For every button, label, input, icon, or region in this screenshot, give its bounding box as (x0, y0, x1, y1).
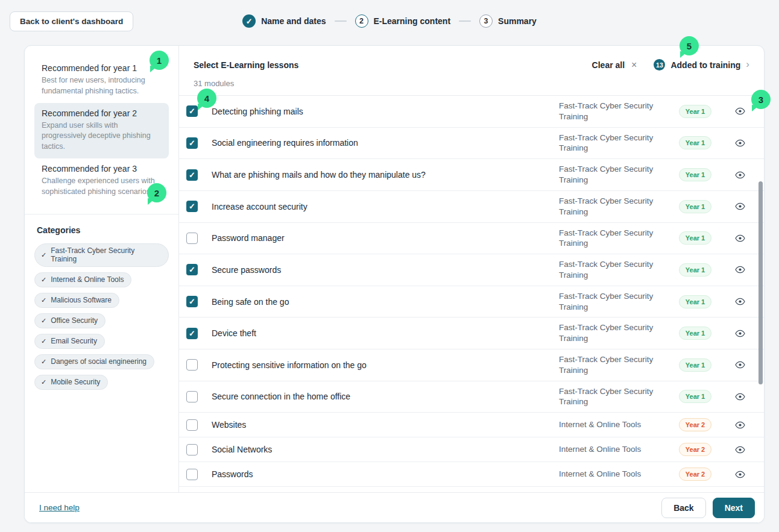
chevron-right-icon: › (746, 59, 749, 69)
preview-eye-icon[interactable] (735, 266, 745, 274)
category-pill-label: Mobile Security (51, 378, 100, 386)
lesson-category: Fast-Track Cyber Security Training (559, 322, 666, 344)
preview-eye-icon[interactable] (735, 361, 745, 369)
category-filter-list: ✓ Fast-Track Cyber Security Training ✓ I… (34, 243, 169, 390)
lesson-title: Password manager (212, 233, 559, 243)
lesson-checkbox[interactable]: ✓ (186, 201, 198, 212)
category-pill-label: Office Security (51, 316, 98, 325)
lessons-panel: Select E-Learning lessons Clear all × 13… (179, 46, 764, 492)
category-filter-pill[interactable]: ✓ Malicious Software (34, 293, 119, 308)
lesson-row: Password manager Fast-Track Cyber Securi… (179, 223, 764, 255)
lesson-category: Fast-Track Cyber Security Training (559, 228, 666, 249)
lesson-category: Fast-Track Cyber Security Training (559, 291, 666, 313)
category-pill-label: Fast-Track Cyber Security Training (51, 246, 161, 263)
help-link[interactable]: I need help (39, 503, 80, 512)
lesson-title: Websites (212, 420, 559, 430)
lesson-row: Passwords Internet & Online Tools Year 2 (179, 462, 764, 487)
year-badge: Year 2 (679, 443, 711, 456)
clear-all-label: Clear all (592, 60, 625, 70)
lesson-checkbox[interactable] (186, 469, 198, 480)
lesson-row: ✓ Detecting phishing mails Fast-Track Cy… (179, 96, 764, 128)
preview-eye-icon[interactable] (735, 234, 745, 242)
check-icon: ✓ (41, 296, 46, 304)
added-to-training-button[interactable]: 13 Added to training › (654, 59, 749, 70)
recommendation-option[interactable]: Recommended for year 1 Best for new user… (34, 58, 169, 103)
preview-eye-icon[interactable] (735, 446, 745, 454)
step-name-and-dates[interactable]: ✓ Name and dates (242, 14, 326, 28)
stepper: ✓ Name and dates 2 E-Learning content 3 … (0, 14, 779, 28)
lessons-table: ✓ Detecting phishing mails Fast-Track Cy… (179, 95, 764, 492)
check-icon: ✓ (41, 337, 46, 345)
step-summary[interactable]: 3 Summary (479, 14, 537, 28)
lesson-category: Fast-Track Cyber Security Training (559, 101, 666, 122)
year-badge: Year 2 (679, 418, 711, 431)
lesson-title: Secure connection in the home office (212, 392, 559, 401)
lesson-title: Protecting sensitive information on the … (212, 360, 559, 370)
check-icon: ✓ (41, 276, 46, 284)
annotation-marker-3: 3 (751, 90, 771, 109)
year-badge: Year 1 (679, 390, 711, 403)
back-button[interactable]: Back (661, 498, 705, 518)
preview-eye-icon[interactable] (735, 393, 745, 401)
lesson-checkbox[interactable]: ✓ (186, 296, 198, 307)
check-icon: ✓ (41, 358, 46, 366)
lesson-row: Websites Internet & Online Tools Year 2 (179, 413, 764, 437)
annotation-marker-5: 5 (680, 36, 699, 55)
close-icon: × (631, 60, 637, 70)
clear-all-button[interactable]: Clear all × (592, 60, 637, 70)
year-badge: Year 1 (679, 358, 711, 372)
lesson-row (179, 487, 764, 492)
preview-eye-icon[interactable] (735, 107, 745, 115)
check-icon: ✓ (41, 378, 46, 386)
preview-eye-icon[interactable] (735, 298, 745, 305)
panel-title: Select E-Learning lessons (194, 60, 298, 70)
preview-eye-icon[interactable] (735, 421, 745, 429)
lesson-checkbox[interactable]: ✓ (186, 264, 198, 275)
step-divider (335, 20, 347, 22)
preview-eye-icon[interactable] (735, 171, 745, 179)
next-button[interactable]: Next (713, 498, 755, 518)
category-filter-pill[interactable]: ✓ Fast-Track Cyber Security Training (34, 243, 169, 267)
lesson-checkbox[interactable] (186, 359, 198, 371)
recommendation-title: Recommended for year 2 (42, 108, 162, 118)
recommendation-description: Best for new users, introducing fundamen… (42, 75, 162, 97)
preview-eye-icon[interactable] (735, 330, 745, 337)
lesson-checkbox[interactable] (186, 391, 198, 402)
scrollbar-thumb[interactable] (758, 181, 763, 384)
lesson-category: Fast-Track Cyber Security Training (559, 354, 666, 376)
sidebar-divider (25, 214, 178, 214)
lesson-row: ✓ Social engineering requires informatio… (179, 128, 764, 160)
lesson-title: Secure passwords (212, 265, 559, 275)
lesson-row: Social Networks Internet & Online Tools … (179, 437, 764, 462)
category-filter-pill[interactable]: ✓ Office Security (34, 313, 106, 328)
preview-eye-icon[interactable] (735, 471, 745, 478)
lesson-category: Fast-Track Cyber Security Training (559, 259, 666, 281)
lesson-category: Fast-Track Cyber Security Training (559, 386, 666, 408)
lesson-checkbox[interactable]: ✓ (186, 105, 198, 117)
preview-eye-icon[interactable] (735, 202, 745, 210)
year-badge: Year 1 (679, 105, 711, 118)
year-badge: Year 2 (679, 468, 711, 481)
category-filter-pill[interactable]: ✓ Mobile Security (34, 375, 108, 390)
lesson-checkbox[interactable]: ✓ (186, 328, 198, 339)
lesson-checkbox[interactable]: ✓ (186, 137, 198, 149)
recommendation-description: Challenge experienced users with sophist… (42, 176, 162, 198)
step-divider (459, 20, 471, 22)
recommendation-option[interactable]: Recommended for year 2 Expand user skill… (34, 103, 169, 158)
lesson-checkbox[interactable] (186, 419, 198, 431)
lesson-checkbox[interactable] (186, 444, 198, 455)
step-elearning-content[interactable]: 2 E-Learning content (355, 14, 451, 28)
category-filter-pill[interactable]: ✓ Email Security (34, 334, 105, 349)
category-filter-pill[interactable]: ✓ Dangers of social engineering (34, 354, 154, 369)
preview-eye-icon[interactable] (735, 139, 745, 147)
lesson-title: What are phishing mails and how do they … (212, 170, 559, 180)
wizard-footer: I need help Back Next (25, 492, 764, 522)
lesson-checkbox[interactable]: ✓ (186, 169, 198, 181)
lesson-category: Internet & Online Tools (559, 444, 666, 455)
category-filter-pill[interactable]: ✓ Internet & Online Tools (34, 272, 131, 287)
lesson-row: ✓ Increase account security Fast-Track C… (179, 191, 764, 223)
lesson-title: Being safe on the go (212, 297, 559, 307)
recommendation-list: Recommended for year 1 Best for new user… (34, 58, 169, 203)
lesson-checkbox[interactable] (186, 233, 198, 244)
step-label: Summary (498, 16, 537, 26)
